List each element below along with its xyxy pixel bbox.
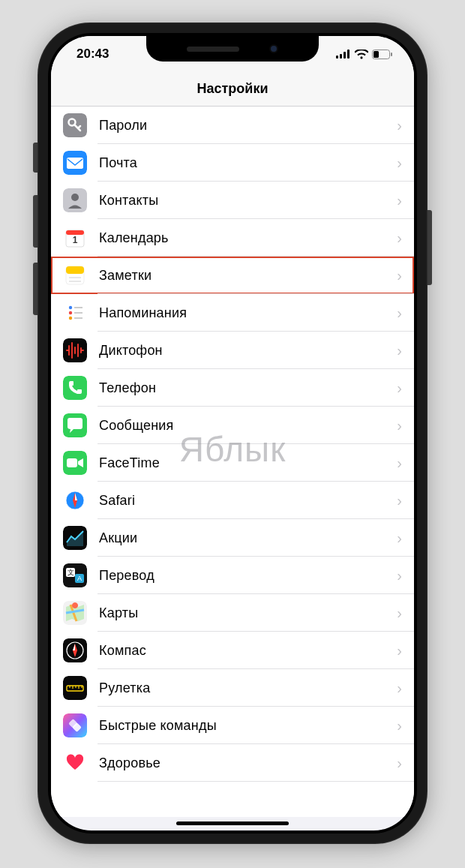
chevron-right-icon: ›: [397, 117, 402, 134]
svg-rect-3: [347, 50, 350, 59]
svg-text:1: 1: [73, 235, 78, 245]
settings-row-phone[interactable]: Телефон›: [51, 369, 414, 407]
svg-point-25: [69, 317, 72, 320]
chevron-right-icon: ›: [397, 680, 402, 697]
video-icon: [63, 451, 87, 475]
chevron-right-icon: ›: [397, 455, 402, 472]
shortcuts-icon: [63, 713, 87, 737]
row-label: Перевод: [99, 568, 397, 584]
settings-row-reminders[interactable]: Напоминания›: [51, 294, 414, 332]
bubble-icon: [63, 413, 87, 437]
row-label: Акции: [99, 530, 397, 546]
row-label: Заметки: [99, 268, 397, 284]
chevron-right-icon: ›: [397, 530, 402, 547]
svg-rect-33: [67, 458, 77, 467]
heart-icon: [63, 751, 87, 775]
phone-icon: [63, 376, 87, 400]
translate-icon: 文A: [63, 563, 87, 587]
settings-row-notes[interactable]: Заметки›: [51, 257, 414, 294]
svg-rect-19: [66, 266, 84, 274]
chevron-right-icon: ›: [397, 342, 402, 359]
svg-point-23: [69, 306, 72, 309]
wifi-icon: [355, 50, 368, 59]
contacts-icon: [63, 188, 87, 212]
settings-row-facetime[interactable]: FaceTime›: [51, 444, 414, 482]
settings-row-stocks[interactable]: Акции›: [51, 519, 414, 557]
settings-row-shortcuts[interactable]: Быстрые команды›: [51, 707, 414, 744]
settings-row-calendar[interactable]: 1Календарь›: [51, 219, 414, 257]
chevron-right-icon: ›: [397, 642, 402, 659]
screen: 20:43 Настройки Пароли›Почта›Контакты›1К…: [51, 36, 414, 830]
svg-rect-6: [391, 53, 392, 56]
settings-row-health[interactable]: Здоровье›: [51, 744, 414, 782]
calendar-icon: 1: [63, 226, 87, 250]
ruler-icon: [63, 676, 87, 700]
settings-row-contacts[interactable]: Контакты›: [51, 182, 414, 219]
svg-point-12: [71, 194, 79, 201]
row-label: Пароли: [99, 118, 397, 134]
row-label: Диктофон: [99, 343, 397, 359]
page-title: Настройки: [197, 81, 268, 97]
svg-rect-1: [340, 54, 342, 59]
chevron-right-icon: ›: [397, 305, 402, 322]
chevron-right-icon: ›: [397, 755, 402, 772]
svg-rect-10: [67, 158, 83, 169]
row-label: FaceTime: [99, 455, 397, 471]
settings-row-translate[interactable]: 文AПеревод›: [51, 557, 414, 594]
chevron-right-icon: ›: [397, 605, 402, 622]
row-label: Напоминания: [99, 305, 397, 321]
stocks-icon: [63, 526, 87, 550]
settings-row-messages[interactable]: Сообщения›: [51, 407, 414, 444]
settings-row-maps[interactable]: Карты›: [51, 594, 414, 632]
row-label: Здоровье: [99, 755, 397, 771]
settings-row-measure[interactable]: Рулетка›: [51, 669, 414, 707]
settings-row-safari[interactable]: Safari›: [51, 482, 414, 519]
row-label: Быстрые команды: [99, 718, 397, 734]
chevron-right-icon: ›: [397, 192, 402, 209]
settings-row-voicememos[interactable]: Диктофон›: [51, 332, 414, 369]
row-label: Карты: [99, 605, 397, 621]
settings-row-mail[interactable]: Почта›: [51, 144, 414, 182]
chevron-right-icon: ›: [397, 492, 402, 509]
status-time: 20:43: [76, 47, 109, 62]
row-label: Компас: [99, 643, 397, 659]
svg-rect-30: [63, 376, 87, 400]
svg-rect-5: [374, 51, 379, 58]
row-label: Почта: [99, 155, 397, 171]
key-icon: [63, 113, 87, 137]
chevron-right-icon: ›: [397, 417, 402, 434]
reminders-icon: [63, 301, 87, 325]
notes-icon: [63, 263, 87, 287]
row-label: Контакты: [99, 193, 397, 209]
notch: [146, 36, 319, 62]
svg-rect-0: [336, 56, 338, 59]
maps-icon: [63, 601, 87, 625]
svg-point-24: [69, 311, 72, 314]
svg-text:文: 文: [68, 569, 74, 576]
settings-list[interactable]: Пароли›Почта›Контакты›1Календарь›Заметки…: [51, 107, 414, 817]
compass-icon: [63, 488, 87, 512]
settings-row-compass[interactable]: Компас›: [51, 632, 414, 669]
row-label: Рулетка: [99, 680, 397, 696]
nav-bar: Настройки: [51, 72, 414, 107]
settings-row-passwords[interactable]: Пароли›: [51, 107, 414, 144]
chevron-right-icon: ›: [397, 230, 402, 247]
chevron-right-icon: ›: [397, 155, 402, 172]
waveform-icon: [63, 338, 87, 362]
svg-rect-2: [344, 52, 346, 59]
home-indicator[interactable]: [176, 821, 289, 825]
mail-icon: [63, 151, 87, 175]
chevron-right-icon: ›: [397, 380, 402, 397]
phone-frame: 20:43 Настройки Пароли›Почта›Контакты›1К…: [38, 23, 428, 844]
row-label: Календарь: [99, 230, 397, 246]
svg-rect-37: [63, 526, 87, 550]
row-label: Safari: [99, 493, 397, 509]
chevron-right-icon: ›: [397, 567, 402, 584]
row-label: Телефон: [99, 380, 397, 396]
row-label: Сообщения: [99, 418, 397, 434]
signal-icon: [336, 50, 351, 59]
chevron-right-icon: ›: [397, 717, 402, 734]
compass2-icon: [63, 638, 87, 662]
battery-icon: [372, 50, 393, 59]
chevron-right-icon: ›: [397, 267, 402, 284]
